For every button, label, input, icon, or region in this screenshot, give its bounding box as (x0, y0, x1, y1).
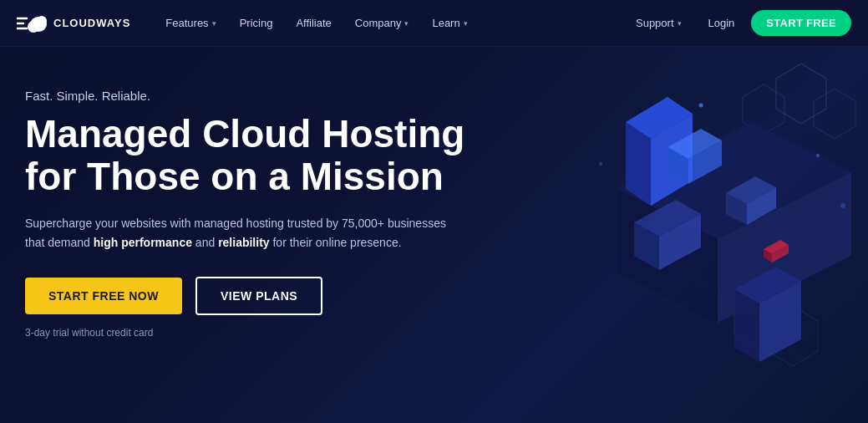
view-plans-button[interactable]: VIEW PLANS (195, 277, 322, 315)
svg-marker-6 (776, 64, 826, 124)
svg-marker-8 (814, 89, 855, 139)
nav-item-company[interactable]: Company ▾ (345, 12, 419, 34)
trial-text: 3-day trial without credit card (25, 327, 510, 339)
logo[interactable]: CLOUDWAYS (17, 12, 130, 35)
logo-text: CLOUDWAYS (53, 17, 130, 29)
hero-description: Supercharge your websites with managed h… (25, 214, 459, 252)
hero-subtitle: Fast. Simple. Reliable. (25, 89, 510, 103)
nav-right: Support ▾ Login START FREE (626, 10, 851, 36)
nav-item-learn[interactable]: Learn ▾ (422, 12, 477, 34)
company-chevron-icon: ▾ (404, 19, 409, 28)
nav-item-features[interactable]: Features ▾ (155, 12, 226, 34)
hero-title: Managed Cloud Hostingfor Those on a Miss… (25, 113, 510, 197)
svg-point-36 (699, 104, 703, 108)
learn-chevron-icon: ▾ (464, 19, 468, 28)
svg-point-38 (840, 203, 845, 208)
nav-login[interactable]: Login (695, 12, 749, 34)
nav-support[interactable]: Support ▾ (626, 12, 692, 34)
navbar: CLOUDWAYS Features ▾ Pricing Affiliate C… (0, 0, 868, 47)
start-free-now-button[interactable]: START FREE NOW (25, 278, 182, 314)
nav-item-pricing[interactable]: Pricing (230, 12, 283, 34)
hero-content: Fast. Simple. Reliable. Managed Cloud Ho… (25, 89, 510, 339)
hero-buttons: START FREE NOW VIEW PLANS (25, 277, 510, 315)
svg-point-37 (816, 154, 820, 157)
svg-point-39 (599, 162, 602, 166)
cloudways-logo-icon (17, 12, 47, 35)
nav-links: Features ▾ Pricing Affiliate Company ▾ L… (155, 12, 626, 34)
features-chevron-icon: ▾ (212, 19, 216, 28)
nav-start-free-button[interactable]: START FREE (751, 10, 851, 36)
support-chevron-icon: ▾ (678, 19, 682, 28)
hero-section: Fast. Simple. Reliable. Managed Cloud Ho… (0, 47, 868, 423)
svg-point-5 (37, 16, 47, 26)
nav-item-affiliate[interactable]: Affiliate (286, 12, 341, 34)
